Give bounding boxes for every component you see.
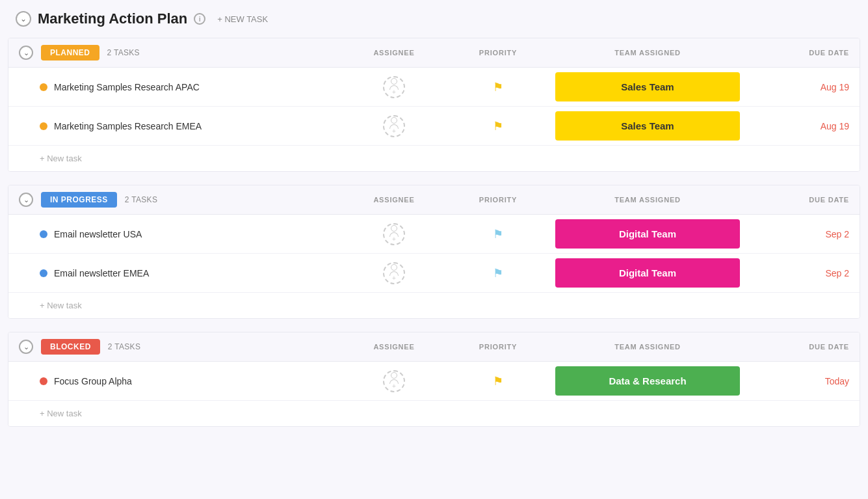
assignee-cell[interactable]: + [342, 223, 446, 245]
planned-section: ⌄ PLANNED 2 TASKS ASSIGNEE PRIORITY TEAM… [8, 38, 860, 172]
priority-flag-icon: ⚑ [493, 266, 503, 280]
task-status-dot [40, 83, 47, 91]
col-header-assignee-planned: ASSIGNEE [342, 49, 446, 57]
team-badge[interactable]: Digital Team [555, 258, 740, 288]
inprogress-task-count: 2 TASKS [125, 195, 157, 204]
team-cell[interactable]: Digital Team [550, 217, 745, 251]
task-name[interactable]: Email newsletter USA [54, 229, 142, 239]
info-icon[interactable]: i [194, 13, 205, 25]
team-badge[interactable]: Digital Team [555, 219, 740, 249]
task-name-cell: Focus Group Alpha [40, 367, 342, 396]
planned-collapse-button[interactable]: ⌄ [19, 46, 33, 60]
col-header-team-planned: TEAM ASSIGNED [550, 49, 745, 57]
priority-cell[interactable]: ⚑ [446, 227, 550, 241]
priority-cell[interactable]: ⚑ [446, 80, 550, 94]
task-status-dot [40, 122, 47, 130]
due-date-cell: Today [745, 376, 849, 386]
assignee-avatar[interactable]: + [383, 115, 405, 137]
team-cell[interactable]: Digital Team [550, 256, 745, 290]
blocked-badge: BLOCKED [41, 339, 100, 355]
add-assignee-icon: + [389, 264, 399, 282]
assignee-cell[interactable]: + [342, 370, 446, 392]
due-date-cell: Aug 19 [745, 82, 849, 92]
task-name[interactable]: Focus Group Alpha [54, 376, 132, 386]
priority-cell[interactable]: ⚑ [446, 119, 550, 133]
assignee-cell[interactable]: + [342, 262, 446, 284]
blocked-task-count: 2 TASKS [108, 342, 140, 351]
page-title: Marketing Action Plan [38, 10, 187, 27]
priority-flag-icon: ⚑ [493, 227, 503, 241]
add-assignee-icon: + [389, 372, 399, 390]
blocked-section: ⌄ BLOCKED 2 TASKS ASSIGNEE PRIORITY TEAM… [8, 332, 860, 427]
planned-section-header: ⌄ PLANNED 2 TASKS ASSIGNEE PRIORITY TEAM… [8, 38, 860, 68]
col-header-team-inprogress: TEAM ASSIGNED [550, 196, 745, 204]
task-name[interactable]: Marketing Samples Research EMEA [54, 121, 202, 131]
team-badge[interactable]: Sales Team [555, 72, 740, 101]
priority-flag-icon: ⚑ [493, 80, 503, 94]
priority-cell[interactable]: ⚑ [446, 266, 550, 280]
col-header-duedate-blocked: DUE DATE [745, 343, 849, 351]
table-row: Email newsletter EMEA + ⚑ Digital Team S… [8, 254, 860, 293]
assignee-cell[interactable]: + [342, 115, 446, 137]
assignee-cell[interactable]: + [342, 76, 446, 98]
blocked-section-header: ⌄ BLOCKED 2 TASKS ASSIGNEE PRIORITY TEAM… [8, 332, 860, 362]
task-name[interactable]: Marketing Samples Research APAC [54, 82, 200, 92]
page-header: ⌄ Marketing Action Plan i + NEW TASK [0, 0, 868, 38]
team-badge[interactable]: Data & Research [555, 366, 740, 396]
due-date-cell: Sep 2 [745, 229, 849, 239]
team-cell[interactable]: Data & Research [550, 364, 745, 398]
inprogress-badge: IN PROGRESS [41, 192, 117, 208]
priority-flag-icon: ⚑ [493, 119, 503, 133]
task-name-cell: Marketing Samples Research EMEA [40, 112, 342, 141]
col-header-team-blocked: TEAM ASSIGNED [550, 343, 745, 351]
add-assignee-icon: + [389, 225, 399, 243]
task-name-cell: Email newsletter EMEA [40, 259, 342, 288]
task-status-dot [40, 377, 47, 385]
task-name-cell: Marketing Samples Research APAC [40, 73, 342, 101]
team-badge[interactable]: Sales Team [555, 111, 740, 141]
team-cell[interactable]: Sales Team [550, 109, 745, 143]
table-row: Marketing Samples Research EMEA + ⚑ Sale… [8, 107, 860, 146]
due-date-cell: Aug 19 [745, 121, 849, 131]
col-header-priority-blocked: PRIORITY [446, 343, 550, 351]
inprogress-new-task-button[interactable]: + New task [8, 293, 860, 318]
add-assignee-icon: + [389, 117, 399, 135]
task-name-cell: Email newsletter USA [40, 220, 342, 249]
page-collapse-button[interactable]: ⌄ [16, 11, 31, 27]
team-cell[interactable]: Sales Team [550, 70, 745, 104]
inprogress-section: ⌄ IN PROGRESS 2 TASKS ASSIGNEE PRIORITY … [8, 185, 860, 319]
chevron-down-icon: ⌄ [20, 14, 27, 23]
col-header-priority-planned: PRIORITY [446, 49, 550, 57]
col-header-assignee-inprogress: ASSIGNEE [342, 196, 446, 204]
inprogress-collapse-button[interactable]: ⌄ [19, 193, 33, 207]
blocked-new-task-button[interactable]: + New task [8, 401, 860, 426]
task-status-dot [40, 269, 47, 277]
planned-task-count: 2 TASKS [107, 48, 140, 57]
assignee-avatar[interactable]: + [383, 223, 405, 245]
assignee-avatar[interactable]: + [383, 76, 405, 98]
col-header-duedate-planned: DUE DATE [745, 49, 849, 57]
planned-badge: PLANNED [41, 45, 99, 61]
assignee-avatar[interactable]: + [383, 370, 405, 392]
task-name[interactable]: Email newsletter EMEA [54, 268, 149, 278]
planned-new-task-button[interactable]: + New task [8, 146, 860, 171]
chevron-down-icon: ⌄ [23, 49, 29, 57]
col-header-assignee-blocked: ASSIGNEE [342, 343, 446, 351]
col-header-priority-inprogress: PRIORITY [446, 196, 550, 204]
add-assignee-icon: + [389, 78, 399, 96]
priority-cell[interactable]: ⚑ [446, 374, 550, 388]
task-status-dot [40, 230, 47, 238]
table-row: Email newsletter USA + ⚑ Digital Team Se… [8, 215, 860, 254]
new-task-header-button[interactable]: + NEW TASK [212, 12, 273, 27]
chevron-down-icon: ⌄ [23, 196, 29, 204]
assignee-avatar[interactable]: + [383, 262, 405, 284]
inprogress-section-header: ⌄ IN PROGRESS 2 TASKS ASSIGNEE PRIORITY … [8, 185, 860, 215]
col-header-duedate-inprogress: DUE DATE [745, 196, 849, 204]
chevron-down-icon: ⌄ [23, 343, 29, 351]
table-row: Focus Group Alpha + ⚑ Data & Research To… [8, 362, 860, 401]
table-row: Marketing Samples Research APAC + ⚑ Sale… [8, 68, 860, 107]
due-date-cell: Sep 2 [745, 268, 849, 278]
priority-flag-icon: ⚑ [493, 374, 503, 388]
blocked-collapse-button[interactable]: ⌄ [19, 340, 33, 354]
